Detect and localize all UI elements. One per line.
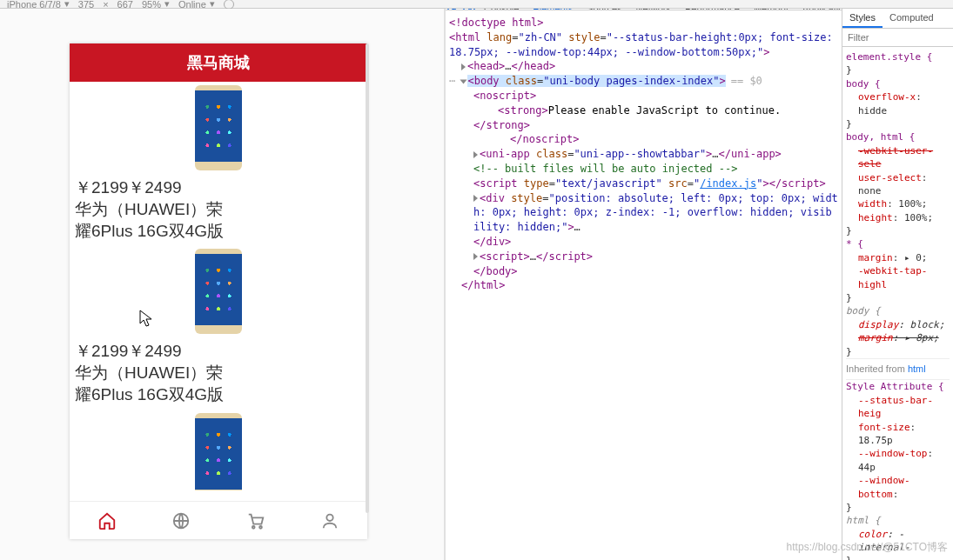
styles-tabs: Styles Computed	[842, 9, 953, 29]
price-row: ￥2199￥2499	[70, 173, 367, 199]
phone-icon	[195, 85, 242, 170]
globe-icon	[171, 511, 191, 530]
device-toolbar: iPhone 6/7/8 ▾ 375 × 667 95% ▾ Online ▾	[0, 0, 953, 9]
product-image	[70, 413, 367, 490]
product-image	[70, 249, 367, 337]
phone-icon	[195, 413, 242, 490]
price-row: ￥2199￥2499	[70, 337, 367, 363]
inherited-link[interactable]: html	[908, 363, 926, 374]
cart-icon	[246, 511, 265, 530]
list-item[interactable]: ￥2199￥2499 华为（HUAWEI）荣耀6Plus 16G双4G版	[70, 245, 367, 409]
tab-home[interactable]	[70, 502, 144, 539]
app-header: 黑马商城	[70, 43, 367, 82]
device-viewport: 黑马商城 ￥2199￥2499 华为（HUAWEI）荣耀6Plus 16G双4G…	[0, 9, 444, 560]
tabbar	[70, 501, 367, 539]
device-frame: 黑马商城 ￥2199￥2499 华为（HUAWEI）荣耀6Plus 16G双4G…	[70, 43, 367, 539]
styles-pane: Styles Computed element.style { } body {…	[842, 9, 953, 560]
device-width[interactable]: 375	[78, 0, 94, 10]
list-item[interactable]: ￥2199￥2499 华为（HUAWEI）荣耀6Plus 16G双4G版	[70, 82, 367, 245]
product-list[interactable]: ￥2199￥2499 华为（HUAWEI）荣耀6Plus 16G双4G版 ￥21…	[70, 82, 367, 490]
tab-global[interactable]	[144, 502, 219, 539]
inherited-divider: Inherited from html	[846, 358, 950, 380]
expand-icon[interactable]	[473, 195, 478, 202]
list-item[interactable]: ￥2199￥2499	[70, 410, 367, 490]
collapse-icon[interactable]	[460, 79, 467, 83]
scrollbar[interactable]	[366, 43, 369, 513]
expand-icon[interactable]	[473, 151, 478, 158]
device-height[interactable]: 667	[117, 0, 133, 10]
expand-icon[interactable]	[473, 253, 478, 260]
user-icon	[320, 511, 339, 530]
style-rules[interactable]: element.style { } body { overflow-x: hid…	[842, 47, 953, 560]
tab-user[interactable]	[293, 502, 368, 539]
swap-dims-icon[interactable]: ×	[103, 0, 108, 10]
product-title: 华为（HUAWEI）荣耀6Plus 16G双4G版	[70, 199, 367, 245]
svg-point-3	[327, 514, 333, 520]
devtools-main: Console Elements Sources Network Perform…	[446, 9, 842, 560]
filter-input[interactable]	[842, 29, 953, 47]
rotate-icon[interactable]	[224, 0, 234, 10]
dom-node-selected[interactable]: <body class="uni-body pages-index-index"…	[467, 75, 725, 87]
phone-icon	[195, 249, 242, 334]
svg-point-2	[259, 525, 262, 528]
product-title: 华为（HUAWEI）荣耀6Plus 16G双4G版	[70, 363, 367, 409]
tab-cart[interactable]	[218, 502, 293, 539]
tab-computed[interactable]: Computed	[883, 9, 941, 28]
dom-tree[interactable]: <!doctype html> <html lang="zh-CN" style…	[446, 10, 842, 298]
product-image	[70, 85, 367, 173]
script-src-link[interactable]: /index.js	[700, 177, 756, 190]
dom-comment[interactable]: <!-- built files will be auto injected -…	[473, 163, 737, 175]
dollar-zero: == $0	[731, 75, 762, 87]
dom-node[interactable]: <!doctype html>	[449, 17, 543, 29]
tab-styles[interactable]: Styles	[842, 9, 883, 28]
watermark: https://blog.csdn.net/@51CTO博客	[787, 540, 948, 555]
svg-point-1	[252, 525, 255, 528]
home-icon	[97, 511, 117, 530]
expand-icon[interactable]	[461, 63, 466, 70]
